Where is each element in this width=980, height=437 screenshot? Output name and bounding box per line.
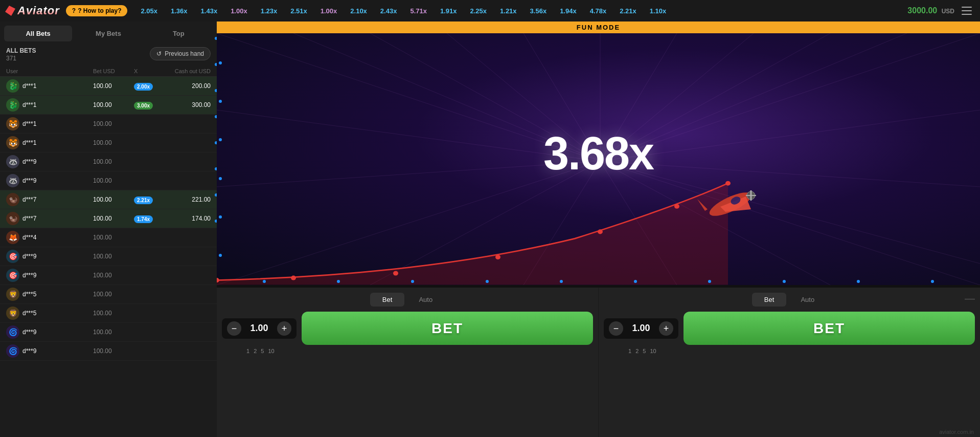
table-row: 🦦d***7100.001.74x174.00 xyxy=(0,209,217,228)
panel-1-quick-2[interactable]: 2 xyxy=(254,348,257,354)
multiplier-pill: 1.74x xyxy=(134,215,153,223)
menu-line xyxy=(962,14,972,15)
multiplier-bar: 2.05x1.36x1.43x1.00x1.23x2.51x1.00x2.10x… xyxy=(127,6,907,16)
help-button[interactable]: ? ? How to play? xyxy=(66,5,128,16)
watermark: aviator.com.in xyxy=(939,429,974,435)
bet-amount: 100.00 xyxy=(93,234,134,241)
panel-1-tab-bet[interactable]: Bet xyxy=(370,293,405,307)
multiplier-badge: 4.78x xyxy=(587,6,610,16)
avatar: 🎯 xyxy=(6,250,19,263)
panel-1-controls: − 1.00 + BET xyxy=(222,312,593,345)
previous-hand-button[interactable]: ↺ Previous hand xyxy=(150,47,211,60)
panel-1-quick-5[interactable]: 5 xyxy=(261,348,264,354)
avatar: 🦁 xyxy=(6,307,19,320)
cashout-amount: 200.00 xyxy=(165,82,211,90)
graph-left-dots xyxy=(219,43,222,275)
panel-2-collapse-icon[interactable]: — xyxy=(965,293,975,304)
graph-dot xyxy=(931,280,934,283)
multiplier-badge: 2.10x xyxy=(347,6,370,16)
panel-2-tab-bet[interactable]: Bet xyxy=(752,293,787,307)
username: d***5 xyxy=(22,310,36,317)
multiplier-badge: 3.56x xyxy=(527,6,550,16)
table-row: 🌀d***9100.00 xyxy=(0,342,217,361)
panel-2-bet-button[interactable]: BET xyxy=(683,312,975,345)
graph-dot-left xyxy=(219,177,222,180)
panel-2-quick-2[interactable]: 2 xyxy=(635,348,639,354)
refresh-icon: ↺ xyxy=(156,50,162,57)
username: d***1 xyxy=(22,82,36,90)
multiplier-pill: 3.00x xyxy=(134,102,153,110)
panel-1-bet-button[interactable]: BET xyxy=(302,312,593,345)
menu-button[interactable] xyxy=(960,4,974,18)
multiplier-badge: 2.43x xyxy=(377,6,400,16)
table-row: 🐉d***1100.002.00x200.00 xyxy=(0,77,217,96)
panel-2-tab-auto[interactable]: Auto xyxy=(788,293,827,307)
username: d***1 xyxy=(22,120,36,127)
avatar: 🦦 xyxy=(6,193,19,206)
svg-marker-31 xyxy=(697,199,708,211)
bet-amount: 100.00 xyxy=(93,139,134,146)
bet-panel-1: Bet Auto − 1.00 + BET 1 2 5 10 xyxy=(217,288,598,437)
header: Aviator ? ? How to play? 2.05x1.36x1.43x… xyxy=(0,0,980,21)
panel-1-quick-1[interactable]: 1 xyxy=(246,348,249,354)
avatar: 🌀 xyxy=(6,344,19,358)
multiplier-cell: 2.21x xyxy=(134,195,165,204)
col-x: X xyxy=(134,68,165,74)
avatar: 🦦 xyxy=(6,212,19,225)
username: d***5 xyxy=(22,291,36,298)
cashout-amount: 174.00 xyxy=(165,215,211,222)
panel-2-quick-5[interactable]: 5 xyxy=(643,348,646,354)
avatar: 🐉 xyxy=(6,79,19,93)
multiplier-badge: 1.36x xyxy=(168,6,191,16)
panel-2-quick-10[interactable]: 10 xyxy=(650,348,656,354)
panel-1-amount-value: 1.00 xyxy=(246,323,272,334)
panel-2-minus-btn[interactable]: − xyxy=(609,321,623,336)
bet-amount: 100.00 xyxy=(93,291,134,298)
username: d***9 xyxy=(22,347,36,355)
panel-2-plus-btn[interactable]: + xyxy=(659,321,673,336)
question-icon: ? xyxy=(72,7,76,14)
svg-point-26 xyxy=(598,230,603,234)
panel-1-tab-auto[interactable]: Auto xyxy=(406,293,445,307)
fun-mode-bar: FUN MODE xyxy=(217,21,980,33)
username: d***7 xyxy=(22,196,36,203)
bet-amount: 100.00 xyxy=(93,177,134,184)
sidebar-tabs: All Bets My Bets Top xyxy=(0,21,217,41)
panel-1-plus-btn[interactable]: + xyxy=(277,321,291,336)
panel-2-quick-1[interactable]: 1 xyxy=(628,348,631,354)
panel-2-amount-value: 1.00 xyxy=(628,323,654,334)
balance-currency: USD xyxy=(942,8,954,15)
graph-dot xyxy=(337,280,340,283)
tab-my-bets[interactable]: My Bets xyxy=(74,26,142,41)
panel-1-quick-10[interactable]: 10 xyxy=(268,348,274,354)
bets-header: ALL BETS 371 ↺ Previous hand xyxy=(0,41,217,66)
graph-dot xyxy=(783,280,786,283)
username: d***9 xyxy=(22,272,36,279)
table-row: 🦁d***5100.00 xyxy=(0,304,217,323)
balance-area: 3000.00 USD xyxy=(907,4,980,18)
graph-dot xyxy=(411,280,414,283)
panel-1-quick-amounts: 1 2 5 10 xyxy=(222,348,593,354)
username: d***9 xyxy=(22,329,36,336)
bet-amount: 100.00 xyxy=(93,196,134,203)
panel-2-controls: − 1.00 + BET xyxy=(604,312,975,345)
multiplier-badge: 2.25x xyxy=(467,6,490,16)
multiplier-badge: 2.51x xyxy=(287,6,310,16)
bets-count: 371 xyxy=(6,55,36,62)
svg-line-10 xyxy=(600,33,980,161)
table-row: 🦦d***7100.002.21x221.00 xyxy=(0,190,217,209)
graph-dot-left xyxy=(219,254,222,257)
logo-plane-icon xyxy=(5,6,15,16)
tab-top[interactable]: Top xyxy=(145,26,213,41)
bet-amount: 100.00 xyxy=(93,82,134,90)
svg-point-24 xyxy=(393,271,398,276)
panel-1-minus-btn[interactable]: − xyxy=(227,321,241,336)
col-user: User xyxy=(6,68,93,74)
graph-dot xyxy=(708,280,711,283)
tab-all-bets[interactable]: All Bets xyxy=(4,26,72,41)
multiplier-badge: 1.21x xyxy=(497,6,520,16)
graph-dot xyxy=(634,280,637,283)
col-cashout: Cash out USD xyxy=(165,68,211,74)
multiplier-badge: 2.21x xyxy=(617,6,640,16)
bets-columns: User Bet USD X Cash out USD xyxy=(0,66,217,77)
